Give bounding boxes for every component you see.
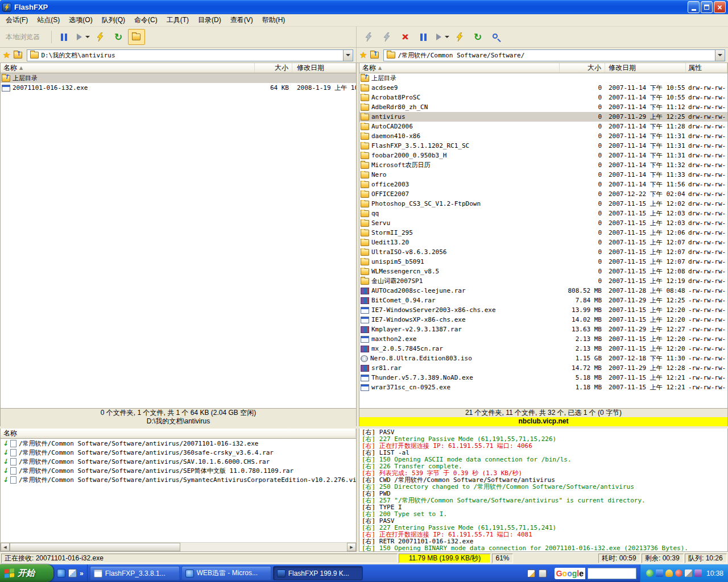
connect-button[interactable] [92,29,109,45]
file-row[interactable]: IE7-WindowsXP-x86-chs.exe 14.02 MB 2007-… [359,315,727,325]
transfer-queue-button[interactable] [433,29,450,45]
file-row[interactable]: antivirus 0 2007-11-29 上午 12:25 drw-rw-r… [359,112,727,122]
scroll-right-button[interactable]: ▶ [347,543,356,551]
file-row[interactable]: Nero 0 2007-11-14 下午 11:33 drw-rw-rw- [359,170,727,180]
column-name[interactable]: 名称▲ [1,63,255,73]
up-directory-icon[interactable] [14,52,22,59]
quick-connect-button[interactable] [378,29,395,45]
up-directory-icon[interactable] [370,52,379,59]
quicklaunch-overflow-chevron[interactable]: » [80,569,84,577]
menu-item[interactable]: 帮助(H) [258,14,290,26]
taskbar-task-button[interactable]: WEB迅雷 - Micros... [181,566,271,580]
file-row[interactable]: Servu 0 2007-11-15 上午 12:03 drw-rw-rw- [359,218,727,228]
menu-item[interactable]: 查看(V) [226,14,258,26]
scrollbar-thumb[interactable] [10,543,180,551]
file-row[interactable]: Thunder.v5.7.3.389.NoAD.exe 5.18 MB 2007… [359,373,727,383]
file-row[interactable]: 20071101-016-i32.exe 64 KB 2008-1-19 上午 … [1,83,356,93]
scrollbar-track[interactable] [10,543,347,551]
minimize-button[interactable] [688,1,700,13]
column-date[interactable]: 修改日期 [292,63,356,73]
file-row[interactable]: qq 0 2007-11-15 上午 12:03 drw-rw-rw- [359,209,727,218]
file-row[interactable]: WLMessengercn_v8.5 0 2007-11-15 上午 12:08… [359,267,727,276]
refresh-button[interactable]: ↻ [469,29,486,45]
tray-icon[interactable] [694,569,702,577]
file-row[interactable]: maxthon2.exe 2.13 MB 2007-11-15 上午 12:20… [359,334,727,344]
file-row[interactable]: 上层目录 [359,73,727,83]
queue-item[interactable]: /常用软件/Common Software/Software/antivirus… [1,466,356,475]
pause-queue-button[interactable] [415,29,432,45]
file-row[interactable]: mx_2.0.5.7845cn.rar 2.13 MB 2007-11-15 上… [359,344,727,354]
file-row[interactable]: Microsoft农历日历 0 2007-11-14 下午 11:32 drw-… [359,160,727,170]
tray-icon[interactable] [685,569,692,577]
queue-item[interactable]: /常用软件/Common Software/Software/antivirus… [1,457,356,466]
file-row[interactable]: FlashFXP_3.5.1.1202_RC1_SC 0 2007-11-14 … [359,141,727,151]
find-button[interactable] [487,29,504,45]
quicklaunch-ie-icon[interactable] [57,569,65,577]
favorites-star-icon[interactable]: ★ [3,51,10,60]
file-row[interactable]: foobar2000_0.950b3_H 0 2007-11-14 下午 11:… [359,151,727,160]
abort-button[interactable]: × [396,29,413,45]
column-name[interactable]: 名称 [1,429,356,438]
file-row[interactable]: AUTOcad2008sc-leejune.rar 808.52 MB 2007… [359,286,727,296]
transfer-queue-button[interactable] [73,29,90,45]
file-row[interactable]: Acrobat8ProSC 0 2007-11-14 下午 10:55 drw-… [359,93,727,102]
file-row[interactable]: Nero.8.Ultra.Edition803.iso 1.15 GB 2007… [359,354,727,363]
column-size[interactable]: 大小 [560,63,605,73]
compare-folders-button[interactable] [128,29,145,45]
reconnect-button[interactable] [451,29,468,45]
file-row[interactable]: daemon410-x86 0 2007-11-14 下午 11:31 drw-… [359,131,727,141]
tray-icon[interactable] [656,569,663,577]
file-row[interactable]: Photoshop_CS3_SC_V1.2-FtpDown 0 2007-11-… [359,199,727,209]
scroll-left-button[interactable]: ◀ [1,543,10,551]
column-name[interactable]: 名称▲ [359,63,560,73]
file-row[interactable]: IE7-WindowsServer2003-x86-chs.exe 13.99 … [359,305,727,315]
refresh-button[interactable]: ↻ [110,29,127,45]
quicklaunch-desktop-icon[interactable] [68,569,77,577]
menu-item[interactable]: 站点(S) [32,14,64,26]
queue-item[interactable]: /常用软件/Common Software/Software/antivirus… [1,439,356,448]
local-path-dropdown-button[interactable] [343,50,353,61]
file-row[interactable]: AutoCAD2006 0 2007-11-14 下午 11:28 drw-rw… [359,122,727,131]
maximize-button[interactable] [701,1,713,13]
menu-item[interactable]: 命令(C) [130,14,162,26]
taskbar-task-button[interactable]: FlashFXP 199.9 K... [273,566,363,580]
google-search-input[interactable] [588,568,636,579]
close-button[interactable]: × [714,1,726,13]
file-row[interactable]: StormII_295 0 2007-11-15 上午 12:06 drw-rw… [359,228,727,238]
taskbar-task-button[interactable]: FlashFXP_3.3.8.1... [90,566,180,580]
local-path-combobox[interactable]: D:\我的文档\antivirus [27,49,353,61]
favorites-star-icon[interactable]: ★ [359,51,367,60]
language-keyboard-icon[interactable] [539,569,547,577]
remote-path-dropdown-button[interactable] [715,50,725,61]
column-date[interactable]: 修改日期 [605,63,686,73]
column-size[interactable]: 大小 [255,63,292,73]
file-row[interactable]: OFFICE2007 0 2007-12-22 下午 02:04 drw-rw-… [359,189,727,199]
language-pen-icon[interactable] [527,569,535,577]
file-row[interactable]: Uedit13.20 0 2007-11-15 上午 12:07 drw-rw-… [359,238,727,247]
queue-item[interactable]: /常用软件/Common Software/Software/antivirus… [1,448,356,457]
file-row[interactable]: office2003 0 2007-11-14 下午 11:56 drw-rw-… [359,180,727,189]
site-connect-button[interactable] [360,29,377,45]
file-row[interactable]: BitComet_0.94.rar 7.84 MB 2007-11-29 上午 … [359,296,727,305]
file-row[interactable]: acdsee9 0 2007-11-14 下午 10:55 drw-rw-rw- [359,83,727,93]
menu-item[interactable]: 队列(Q) [97,14,130,26]
file-row[interactable]: AdbeRdr80_zh_CN 0 2007-11-14 下午 11:12 dr… [359,102,727,112]
file-row[interactable]: UltraISO-v8.6.3.2056 0 2007-11-15 上午 12:… [359,247,727,257]
file-row[interactable]: Kmplayer-v2.9.3.1387.rar 13.63 MB 2007-1… [359,325,727,334]
start-button[interactable]: 开始 [0,564,53,582]
column-attr[interactable]: 属性 [686,63,727,73]
queue-item[interactable]: /常用软件/Common Software/Software/antivirus… [1,475,356,484]
file-row[interactable]: unispim5_b5091 0 2007-11-15 上午 12:07 drw… [359,257,727,267]
menu-item[interactable]: 选项(O) [64,14,97,26]
file-row[interactable]: 上层目录 [1,73,356,83]
remote-path-combobox[interactable]: /常用软件/Common Software/Software/ [383,49,725,61]
file-row[interactable]: sr81.rar 14.72 MB 2007-11-29 上午 12:28 -r… [359,363,727,373]
menu-item[interactable]: 工具(T) [162,14,193,26]
menu-item[interactable]: 会话(F) [1,14,32,26]
file-row[interactable]: wrar371sc_cn-0925.exe 1.18 MB 2007-11-15… [359,383,727,392]
pause-queue-button[interactable] [55,29,72,45]
tray-icon[interactable] [675,569,682,577]
tray-icon[interactable] [646,569,653,577]
file-row[interactable]: 金山词霸2007SP1 0 2007-11-15 上午 12:19 drw-rw… [359,276,727,286]
tray-icon[interactable] [665,569,673,577]
